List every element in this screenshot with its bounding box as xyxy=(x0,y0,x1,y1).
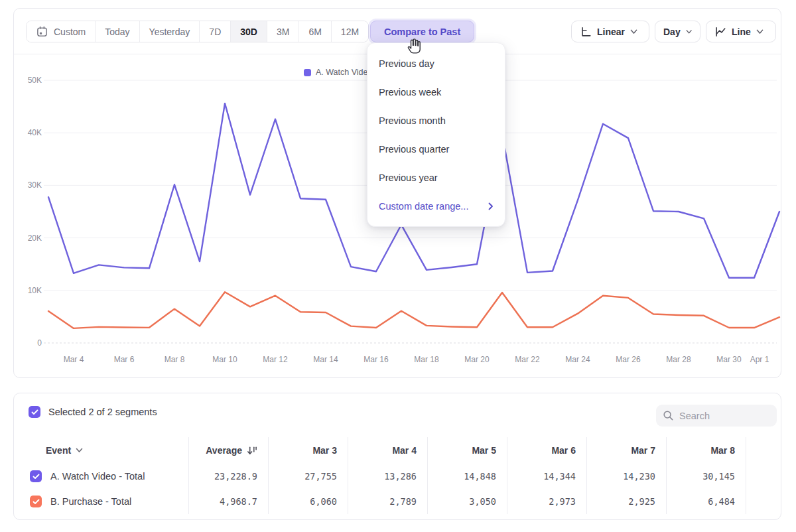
check-icon xyxy=(31,409,38,415)
column-header: Mar 5 xyxy=(427,437,507,464)
table-row-event-cell[interactable]: B. Purchase - Total xyxy=(26,489,188,514)
x-axis-label: Mar 22 xyxy=(509,355,546,364)
x-axis-label: Mar 6 xyxy=(105,355,143,364)
table-cell: 3,050 xyxy=(427,489,507,514)
y-axis-label: 0 xyxy=(15,338,42,348)
x-axis-label: Mar 10 xyxy=(206,355,243,364)
table-cell: 6,060 xyxy=(268,489,348,514)
table-cell: 2,925 xyxy=(586,489,666,514)
segments-panel: Selected 2 of 2 segments EventAverageMar… xyxy=(13,393,781,520)
table-cell: 27,755 xyxy=(268,464,348,489)
x-axis-label: Mar 16 xyxy=(358,355,395,364)
table-cell: 4,968.7 xyxy=(188,489,268,514)
x-axis-label: Apr 1 xyxy=(741,355,778,364)
column-header: Mar 8 xyxy=(666,437,746,464)
x-axis-label: Mar 14 xyxy=(307,355,344,364)
x-axis-label: Mar 4 xyxy=(55,355,92,364)
x-axis-label: Mar 18 xyxy=(408,355,445,364)
table-cell: 14,848 xyxy=(427,464,507,489)
table-cell: 6,484 xyxy=(666,489,746,514)
x-axis-label: Mar 26 xyxy=(610,355,647,364)
row-checkbox[interactable] xyxy=(30,496,42,507)
column-header[interactable]: Event xyxy=(26,437,188,464)
menu-item-previous-month[interactable]: Previous month xyxy=(367,106,505,135)
series-line-b[interactable] xyxy=(48,292,779,328)
selected-segments-row: Selected 2 of 2 segments xyxy=(29,406,157,418)
menu-item-previous-year[interactable]: Previous year xyxy=(367,163,505,192)
table-cell: 15,530 xyxy=(746,464,781,489)
selected-segments-label: Selected 2 of 2 segments xyxy=(48,407,157,417)
column-header: Mar 4 xyxy=(348,437,427,464)
column-header: Mar 3 xyxy=(268,437,348,464)
menu-item-custom-date-range[interactable]: Custom date range... xyxy=(367,192,505,220)
column-header: Mar 7 xyxy=(586,437,666,464)
table-cell: 2,789 xyxy=(348,489,427,514)
x-axis-label: Mar 12 xyxy=(257,355,294,364)
check-icon xyxy=(33,474,40,480)
sort-descending-icon[interactable] xyxy=(247,446,257,456)
check-icon xyxy=(33,499,40,505)
search-box xyxy=(656,405,777,427)
chevron-down-icon xyxy=(76,448,83,453)
column-header[interactable]: Average xyxy=(188,437,268,464)
table-cell: 23,228.9 xyxy=(188,464,268,489)
menu-item-previous-week[interactable]: Previous week xyxy=(367,78,505,106)
search-icon xyxy=(663,410,674,421)
dashboard: Custom Today Yesterday 7D 30D 3M 6M 12M … xyxy=(0,0,796,532)
y-axis-label: 10K xyxy=(15,286,42,295)
x-axis-label: Mar 20 xyxy=(458,355,496,364)
table-cell: 30,145 xyxy=(666,464,746,489)
segment-table: EventAverageMar 3Mar 4Mar 5Mar 6Mar 7Mar… xyxy=(26,437,781,514)
table-cell: 3,209 xyxy=(746,489,781,514)
compare-to-past-menu: Previous day Previous week Previous mont… xyxy=(367,42,505,227)
x-axis-label: Mar 24 xyxy=(559,355,596,364)
table-row-event-cell[interactable]: A. Watch Video - Total xyxy=(26,464,188,489)
row-label: A. Watch Video - Total xyxy=(50,471,145,482)
row-checkbox[interactable] xyxy=(30,470,42,482)
y-axis-label: 30K xyxy=(15,180,42,190)
x-axis-label: Mar 28 xyxy=(660,355,697,364)
row-label: B. Purchase - Total xyxy=(50,496,131,507)
menu-item-previous-quarter[interactable]: Previous quarter xyxy=(367,135,505,163)
column-header: Mar 9 xyxy=(746,437,781,464)
chevron-right-icon xyxy=(488,202,494,210)
table-cell: 13,286 xyxy=(348,464,427,489)
table-cell: 14,230 xyxy=(586,464,666,489)
y-axis-label: 50K xyxy=(15,76,42,85)
menu-item-previous-day[interactable]: Previous day xyxy=(367,49,505,78)
y-axis-label: 40K xyxy=(15,128,42,137)
table-cell: 14,344 xyxy=(507,464,586,489)
y-axis-label: 20K xyxy=(15,233,42,243)
x-axis-label: Mar 8 xyxy=(156,355,193,364)
column-header: Mar 6 xyxy=(507,437,586,464)
select-all-checkbox[interactable] xyxy=(29,406,40,418)
table-cell: 2,973 xyxy=(507,489,586,514)
search-input[interactable] xyxy=(679,411,765,421)
